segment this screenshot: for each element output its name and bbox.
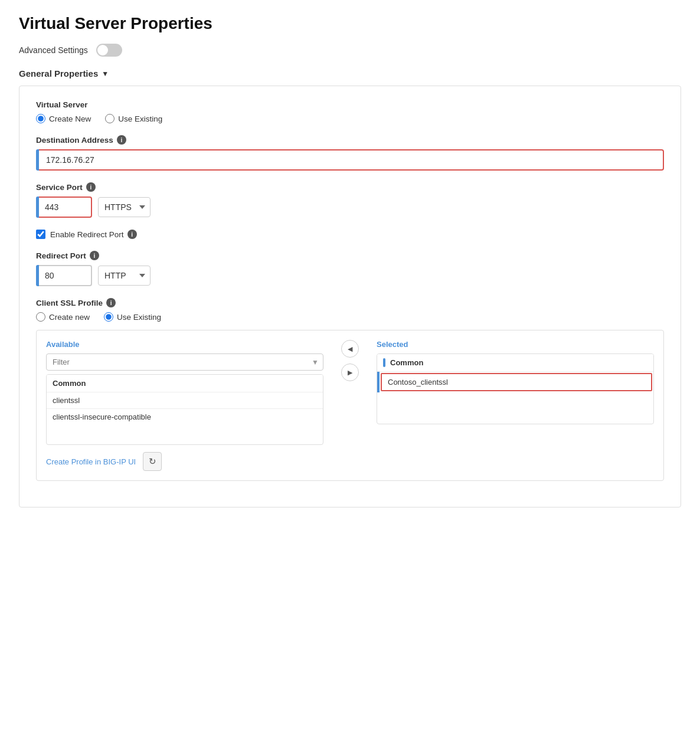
- list-item-clientssl[interactable]: clientssl: [47, 392, 323, 409]
- destination-address-label: Destination Address i: [36, 135, 664, 145]
- available-group-header-common: Common: [47, 375, 323, 392]
- enable-redirect-checkbox[interactable]: [36, 230, 45, 239]
- use-existing-radio[interactable]: [105, 114, 115, 123]
- ssl-selected-label: Selected: [377, 340, 654, 349]
- redirect-port-protocol-select[interactable]: HTTP HTTPS FTP OTHER: [98, 266, 151, 286]
- create-profile-link[interactable]: Create Profile in BIG-IP UI: [46, 457, 136, 466]
- refresh-icon: ↻: [149, 456, 156, 467]
- client-ssl-profile-group: Client SSL Profile i Create new Use Exis…: [36, 298, 664, 481]
- advanced-settings-toggle[interactable]: [96, 44, 122, 57]
- available-list-scroll[interactable]: clientssl clientssl-insecure-compatible: [47, 392, 323, 425]
- selected-group-header-common: Common: [377, 354, 653, 372]
- service-port-input-wrapper: [36, 197, 92, 218]
- virtual-server-label: Virtual Server: [36, 100, 664, 109]
- move-right-button[interactable]: ▶: [341, 364, 359, 381]
- destination-address-info-icon: i: [117, 135, 126, 145]
- ssl-use-existing-radio[interactable]: [104, 312, 113, 322]
- client-ssl-profile-label: Client SSL Profile i: [36, 298, 664, 307]
- enable-redirect-checkbox-row[interactable]: Enable Redirect Port i: [36, 230, 664, 239]
- filter-icon: ▼: [312, 358, 319, 366]
- filter-input[interactable]: [46, 353, 323, 371]
- service-port-group: Service Port i HTTPS HTTP FTP SMTP OTHER: [36, 182, 664, 218]
- create-new-radio-text: Create New: [49, 114, 91, 123]
- destination-address-input[interactable]: [39, 149, 664, 171]
- ssl-available-label: Available: [46, 340, 323, 349]
- page-title: Virtual Server Properties: [19, 14, 681, 33]
- ssl-create-new-radio[interactable]: [36, 312, 45, 322]
- chevron-down-icon: ▼: [102, 70, 109, 78]
- ssl-columns: Available ▼ Common clientssl clientssl-i…: [46, 340, 654, 445]
- use-existing-radio-text: Use Existing: [118, 114, 162, 123]
- redirect-port-group: Redirect Port i HTTP HTTPS FTP OTHER: [36, 251, 664, 286]
- general-properties-header[interactable]: General Properties ▼: [19, 68, 681, 78]
- available-list-box: Common clientssl clientssl-insecure-comp…: [46, 374, 323, 445]
- selected-list-box: Common Contoso_clientssl: [377, 353, 654, 424]
- redirect-port-input[interactable]: [39, 265, 92, 286]
- virtual-server-group: Virtual Server Create New Use Existing: [36, 100, 664, 123]
- ssl-panel: Available ▼ Common clientssl clientssl-i…: [36, 330, 664, 481]
- selected-item-text: Contoso_clientssl: [381, 373, 652, 391]
- service-port-protocol-select[interactable]: HTTPS HTTP FTP SMTP OTHER: [98, 197, 151, 217]
- selected-group-name: Common: [390, 358, 423, 367]
- redirect-port-label: Redirect Port i: [36, 251, 664, 260]
- destination-address-input-wrapper: [36, 149, 664, 171]
- filter-input-wrapper: ▼: [46, 353, 323, 371]
- client-ssl-info-icon: i: [106, 298, 116, 307]
- virtual-server-radio-group: Create New Use Existing: [36, 114, 664, 123]
- redirect-port-input-wrapper: [36, 265, 92, 286]
- ssl-selected-col: Selected Common Contoso_clientssl: [377, 340, 654, 424]
- move-left-button[interactable]: ◀: [341, 340, 359, 358]
- arrow-buttons: ◀ ▶: [335, 340, 365, 381]
- ssl-available-col: Available ▼ Common clientssl clientssl-i…: [46, 340, 323, 445]
- selected-item-bar: [377, 372, 380, 392]
- create-new-radio[interactable]: [36, 114, 45, 123]
- ssl-use-existing-radio-label[interactable]: Use Existing: [104, 312, 161, 322]
- redirect-port-info-icon: i: [90, 251, 99, 260]
- service-port-info-icon: i: [86, 182, 96, 192]
- redirect-port-row: HTTP HTTPS FTP OTHER: [36, 265, 664, 286]
- ssl-create-new-radio-text: Create new: [49, 313, 90, 322]
- enable-redirect-info-icon: i: [127, 230, 137, 239]
- selected-group-blue-bar: [383, 358, 385, 367]
- general-properties-label: General Properties: [19, 68, 98, 78]
- destination-address-group: Destination Address i: [36, 135, 664, 171]
- general-properties-card: Virtual Server Create New Use Existing D…: [19, 86, 681, 507]
- refresh-button[interactable]: ↻: [143, 452, 162, 471]
- list-item-clientssl-insecure[interactable]: clientssl-insecure-compatible: [47, 409, 323, 425]
- enable-redirect-label: Enable Redirect Port i: [50, 230, 137, 239]
- advanced-settings-label: Advanced Settings: [19, 45, 88, 55]
- create-new-radio-label[interactable]: Create New: [36, 114, 91, 123]
- client-ssl-radio-group: Create new Use Existing: [36, 312, 664, 322]
- selected-item-contoso[interactable]: Contoso_clientssl: [377, 372, 653, 392]
- use-existing-radio-label[interactable]: Use Existing: [105, 114, 162, 123]
- ssl-create-new-radio-label[interactable]: Create new: [36, 312, 90, 322]
- ssl-use-existing-radio-text: Use Existing: [117, 313, 161, 322]
- service-port-input[interactable]: [39, 197, 92, 218]
- service-port-row: HTTPS HTTP FTP SMTP OTHER: [36, 197, 664, 218]
- service-port-label: Service Port i: [36, 182, 664, 192]
- ssl-footer: Create Profile in BIG-IP UI ↻: [46, 452, 654, 471]
- advanced-settings-row: Advanced Settings: [19, 44, 681, 57]
